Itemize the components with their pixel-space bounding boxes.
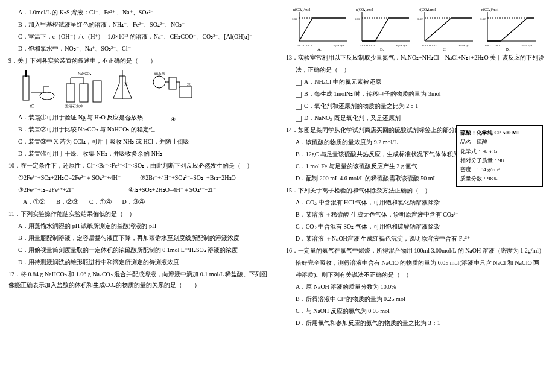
- q16-opt-c: C．与 NaOH 反应的氯气为 0.05 mol: [286, 306, 547, 317]
- svg-text:V(HCl)/L: V(HCl)/L: [333, 44, 345, 47]
- graph-d: n(CO₂)/mol 0.02 0 0.1 0.2 0.3 V(HCl)/L D…: [480, 6, 541, 51]
- q9-stem: 9．关于下列各实验装置的叙述中，不正确的是（ ）: [8, 55, 269, 66]
- q13-opt-a: A．NH₄Cl 中的氮元素被还原: [286, 77, 547, 87]
- graph-c: n(CO₂)/mol 0.02 0 0.1 0.2 0.3 V(HCl)/L C…: [417, 6, 478, 51]
- q16-opt-a: A．原 NaOH 溶液的质量分数为 10.0%: [286, 282, 547, 292]
- q8-opt-d: D．饱和氯水中：NO₃⁻、Na⁺、SO₃²⁻、Cl⁻: [8, 43, 269, 54]
- q13-opt-c: C．氧化剂和还原剂的物质的量之比为 2：1: [286, 101, 547, 112]
- q15-opt-d: D．某溶液 ＋NaOH溶液 生成红褐色沉淀，说明原溶液中含有 Fe³⁺: [286, 233, 547, 244]
- svg-text:0.02: 0.02: [417, 17, 423, 21]
- graph-a: n(CO₂)/mol 0.02 0 0.1 0.2 0.3 V(HCl)/L A…: [292, 6, 352, 51]
- q16-opt-d: D．所用氯气和参加反应的氨气的物质的量之比为 3：1: [286, 318, 547, 329]
- svg-text:D.: D.: [506, 47, 510, 51]
- svg-text:n(CO₂)/mol: n(CO₂)/mol: [419, 8, 436, 12]
- q9-diagram-row: 红 ① 澄清石灰水NaHCO₃ ② X ③ 碱石灰水 ④: [18, 69, 269, 111]
- q11-opt-a: A．用蒸馏水润湿的 pH 试纸所测定的某酸溶液的 pH: [8, 221, 269, 232]
- q11-opt-b: B．用量瓶配制溶液，定容后摇匀液面下降，再加蒸馏水至刻度线所配制的溶液浓度: [8, 233, 269, 244]
- svg-rect-1: [25, 70, 27, 77]
- q16-stem-b: 恰好完全吸收，测得溶液中含有 NaClO 的物质的量为 0.05 mol(溶液中…: [286, 258, 547, 268]
- q9-opt-b: B．装置②可用于比较 Na₂CO₃ 与 NaHCO₃ 的稳定性: [8, 124, 269, 135]
- q8-opt-b: B．加入甲基橙试液呈红色的溶液：NH₄⁺、Fe²⁺、SO₄²⁻、NO₃⁻: [8, 19, 269, 30]
- q9-opt-d: D．装置④可用于干燥、收集 NH₃，并吸收多余的 NH₃: [8, 148, 269, 159]
- svg-text:A.: A.: [317, 47, 322, 51]
- q8-opt-c: C．室温下，c（OH⁻）/ c（H⁺）=1.0×10¹² 的溶液：Na⁺、CH₃…: [8, 31, 269, 42]
- svg-rect-0: [23, 76, 29, 100]
- q15-opt-c: C．CO₂ 中含混有 SO₂ 气体，可用饱和碳酸钠溶液除杂: [286, 221, 547, 232]
- q12-stem: 12．将 0.84 g NaHCO₃ 和 1.06 g Na₂CO₃ 混合并配成…: [8, 269, 269, 291]
- q15-opt-a: A．CO₂ 中含混有 HCl 气体，可用饱和氯化钠溶液除杂: [286, 197, 547, 208]
- q10-stem: 10．在一定条件下，还原性：Cl⁻<Br⁻<Fe²⁺<I⁻<SO₂，由此判断下列…: [8, 160, 269, 171]
- q9-opt-c: C．装置③中 X 若为 CCl₄，可用于吸收 NH₃ 或 HCl，并防止倒吸: [8, 136, 269, 147]
- q16-opt-b: B．所得溶液中 Cl⁻的物质的量为 0.25 mol: [286, 294, 547, 305]
- right-column: n(CO₂)/mol 0.02 0 0.1 0.2 0.3 V(HCl)/L A…: [278, 0, 555, 392]
- svg-text:B.: B.: [380, 47, 384, 51]
- sulfuric-acid-label: 硫酸：化学纯 CP 500 Ml 品名：硫酸 化学式：H₂SO₄ 相对分子质量：…: [456, 125, 543, 187]
- svg-text:澄清石灰水: 澄清石灰水: [65, 104, 83, 108]
- q10-opts: A．①② B．②③ C．①④ D．③④: [8, 197, 269, 207]
- checkbox-icon: [296, 80, 302, 86]
- svg-text:V(HCl)/L: V(HCl)/L: [396, 44, 408, 47]
- svg-text:0.02: 0.02: [480, 17, 486, 21]
- svg-text:水: 水: [187, 83, 191, 86]
- svg-text:0  0.1  0.2  0.3: 0 0.1 0.2 0.3: [360, 44, 375, 47]
- q13-opt-b: B．每生成 1molN₂ 时，转移电子的物质的量为 3mol: [286, 89, 547, 100]
- label-title: 硫酸：化学纯 CP 500 Ml: [460, 128, 539, 138]
- svg-text:X: X: [124, 81, 128, 87]
- q16-stem-a: 16．一定量的氨气在氯气中燃烧，所得混合物用 100ml 3.00mol/L 的…: [286, 245, 547, 256]
- svg-text:0  0.1  0.2  0.3: 0 0.1 0.2 0.3: [422, 44, 438, 47]
- diagram-4: 碱石灰水 ④: [152, 69, 194, 111]
- svg-text:NaHCO₃: NaHCO₃: [78, 72, 92, 75]
- q11-opt-c: C．用俯视量筒刻度量取的一定体积的浓硫酸所配制的 0.1mol·L⁻¹H₂SO₄…: [8, 245, 269, 256]
- svg-text:0  0.1  0.2  0.3: 0 0.1 0.2 0.3: [297, 44, 312, 47]
- diagram-1: 红 ①: [18, 69, 60, 111]
- graph-b: n(CO₂)/mol 0.02 0 0.1 0.2 0.3 V(HCl)/L B…: [355, 6, 415, 51]
- q11-stem: 11．下列实验操作能使实验结果偏低的是（ ）: [8, 209, 269, 220]
- svg-text:0.02: 0.02: [292, 17, 297, 21]
- svg-rect-13: [180, 87, 192, 98]
- svg-text:碱石灰: 碱石灰: [154, 72, 165, 75]
- svg-rect-12: [169, 77, 176, 89]
- q8-opt-a: A．1.0mol/L 的 K₂S 溶液：Cl⁻、Fe³⁺ 、Na⁺、SO₄²⁻: [8, 7, 269, 18]
- label-line: 化学式：H₂SO₄: [460, 147, 539, 156]
- svg-rect-6: [93, 81, 101, 102]
- svg-text:V(HCl)/L: V(HCl)/L: [521, 44, 533, 47]
- checkbox-icon: [296, 116, 302, 122]
- diagram-2: 澄清石灰水NaHCO₃ ②: [63, 69, 105, 111]
- q15-opt-b: B．某溶液 ＋稀硫酸 生成无色气体，说明原溶液中含有 CO₃²⁻: [286, 209, 547, 220]
- q11-opt-d: D．用待测液润洗的锥形瓶进行中和滴定所测定的待测液浓度: [8, 257, 269, 268]
- q16-stem-c: 种溶质)。则下列有关说法不正确的是（ ）: [286, 270, 547, 280]
- svg-rect-5: [80, 84, 88, 102]
- label-line: 品名：硫酸: [460, 138, 539, 147]
- svg-text:0.02: 0.02: [355, 17, 360, 21]
- checkbox-icon: [296, 92, 302, 98]
- label-line: 密度：1.84 g/cm³: [460, 165, 539, 174]
- svg-text:n(CO₂)/mol: n(CO₂)/mol: [356, 8, 373, 12]
- q13-stem: 13．实验室常利用以下反应制取少量氮气：NaNO₂+NH₄Cl—NaCl+N₂↑…: [286, 52, 547, 63]
- svg-point-11: [153, 76, 165, 88]
- svg-rect-4: [66, 84, 75, 102]
- diagram-3: X ③: [107, 69, 150, 111]
- svg-text:n(CO₂)/mol: n(CO₂)/mol: [481, 8, 499, 12]
- svg-text:n(CO₂)/mol: n(CO₂)/mol: [293, 8, 311, 12]
- left-column: A．1.0mol/L 的 K₂S 溶液：Cl⁻、Fe³⁺ 、Na⁺、SO₄²⁻ …: [0, 0, 278, 392]
- svg-text:红: 红: [30, 104, 34, 109]
- checkbox-icon: [296, 104, 302, 110]
- svg-text:V(HCl)/L: V(HCl)/L: [458, 44, 471, 47]
- svg-point-2: [40, 92, 54, 100]
- q13-opt-d: D．NaNO₂ 既是氧化剂，又是还原剂: [286, 113, 547, 124]
- q12-graphs: n(CO₂)/mol 0.02 0 0.1 0.2 0.3 V(HCl)/L A…: [292, 6, 547, 51]
- svg-text:C.: C.: [443, 47, 447, 51]
- label-line: 相对分子质量：98: [460, 156, 539, 165]
- svg-text:0  0.1  0.2  0.3: 0 0.1 0.2 0.3: [485, 44, 501, 47]
- q13-stem-b: 法，正确的是（ ）: [286, 65, 547, 75]
- label-line: 质量分数：98%: [460, 174, 539, 183]
- q10-row2: ③2Fe²⁺+I₂=2Fe³⁺+2I⁻ ④I₂+SO₂+2H₂O=4H⁺＋SO₄…: [8, 185, 269, 195]
- q10-row1: ①2Fe³⁺+SO₂+2H₂O=2Fe²⁺＋SO₄²⁻+4H⁺ ②2Br⁻+4H…: [8, 172, 269, 183]
